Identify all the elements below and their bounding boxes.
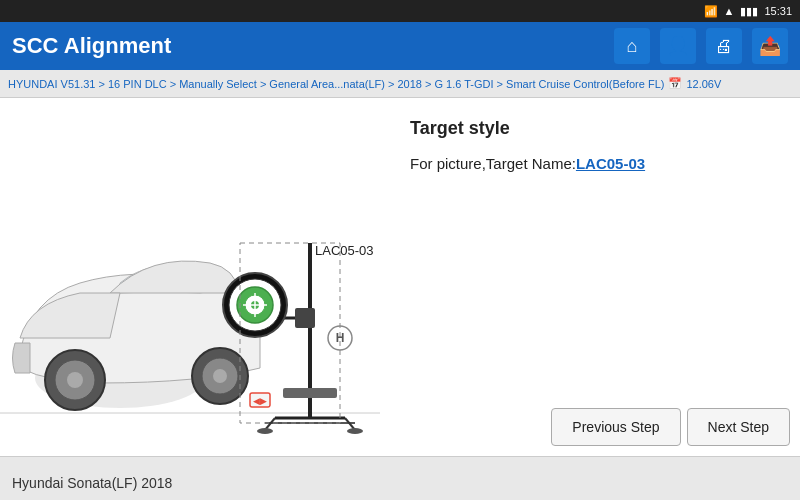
home-icon[interactable]: ⌂: [614, 28, 650, 64]
diagram-label: LAC05-03: [315, 243, 374, 258]
signal-icon: ▲: [724, 5, 735, 17]
header-icons: ⌂ 👤 🖨 📤: [614, 28, 788, 64]
svg-point-6: [213, 369, 227, 383]
info-area: Target style For picture,Target Name:LAC…: [380, 98, 800, 456]
svg-text:H: H: [336, 331, 345, 345]
target-name-label: For picture,Target Name:: [410, 155, 576, 172]
bottom-bar: Hyundai Sonata(LF) 2018: [0, 456, 800, 500]
previous-step-button[interactable]: Previous Step: [551, 408, 680, 446]
svg-text:◀▶: ◀▶: [253, 396, 267, 406]
breadcrumb-text: HYUNDAI V51.31 > 16 PIN DLC > Manually S…: [8, 78, 664, 90]
diagram-svg: H ◀▶: [0, 98, 380, 456]
header: SCC Alignment ⌂ 👤 🖨 📤: [0, 22, 800, 70]
next-step-button[interactable]: Next Step: [687, 408, 790, 446]
svg-point-14: [347, 428, 363, 434]
target-style-title: Target style: [410, 118, 770, 139]
target-name-line: For picture,Target Name:LAC05-03: [410, 155, 770, 172]
calendar-icon: 📅: [668, 77, 682, 90]
main-content: H ◀▶ LAC05-03 Target style For picture,T…: [0, 98, 800, 456]
export-icon[interactable]: 📤: [752, 28, 788, 64]
svg-rect-27: [283, 388, 337, 398]
svg-point-13: [257, 428, 273, 434]
vehicle-info: Hyundai Sonata(LF) 2018: [12, 475, 172, 491]
car-area: H ◀▶ LAC05-03: [0, 98, 380, 456]
print-icon[interactable]: 🖨: [706, 28, 742, 64]
battery-icon: ▮▮▮: [740, 5, 758, 18]
person-icon[interactable]: 👤: [660, 28, 696, 64]
breadcrumb: HYUNDAI V51.31 > 16 PIN DLC > Manually S…: [0, 70, 800, 98]
version-text: 12.06V: [686, 78, 721, 90]
svg-rect-16: [295, 308, 315, 328]
nav-buttons: Previous Step Next Step: [551, 408, 790, 446]
status-bar: 📶 ▲ ▮▮▮ 15:31: [0, 0, 800, 22]
time-display: 15:31: [764, 5, 792, 17]
svg-point-3: [67, 372, 83, 388]
target-name-value: LAC05-03: [576, 155, 645, 172]
bluetooth-icon: 📶: [704, 5, 718, 18]
app-title: SCC Alignment: [12, 33, 614, 59]
